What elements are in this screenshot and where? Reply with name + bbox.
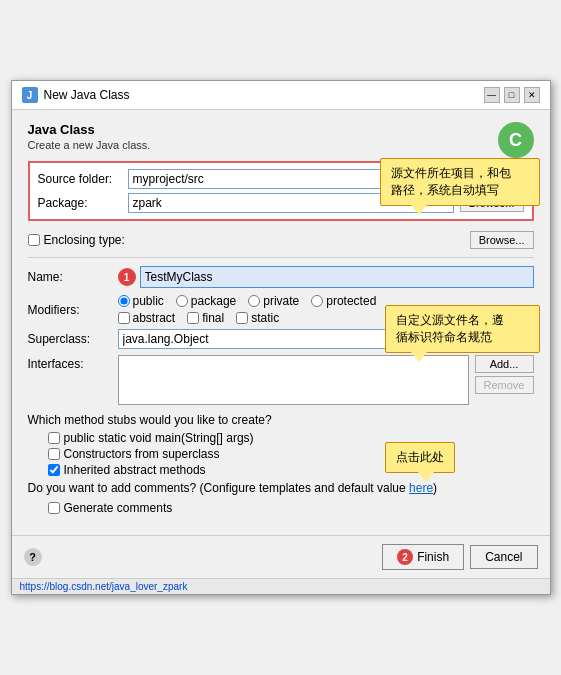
modifier-radio-group: public package private protected	[118, 294, 377, 308]
maximize-button[interactable]: □	[504, 87, 520, 103]
interfaces-box	[118, 355, 469, 405]
section-desc: Create a new Java class.	[28, 139, 534, 151]
enclosing-type-label: Enclosing type:	[44, 233, 125, 247]
stub-constructors-checkbox[interactable]	[48, 448, 60, 460]
modifier-package[interactable]: package	[176, 294, 236, 308]
generate-comments-label: Generate comments	[64, 501, 173, 515]
modifier-abstract[interactable]: abstract	[118, 311, 176, 325]
help-icon[interactable]: ?	[24, 548, 42, 566]
source-folder-label: Source folder:	[38, 172, 128, 186]
modifier-protected[interactable]: protected	[311, 294, 376, 308]
modifiers-label: Modifiers:	[28, 303, 118, 317]
stub-constructors-label: Constructors from superclass	[64, 447, 220, 461]
interfaces-buttons: Add... Remove	[475, 355, 534, 394]
divider	[28, 257, 534, 258]
callout2-text: 自定义源文件名，遵 循标识符命名规范	[396, 313, 504, 344]
close-button[interactable]: ✕	[524, 87, 540, 103]
new-java-class-dialog: J New Java Class — □ ✕ C Java Class Crea…	[11, 80, 551, 595]
stub-inherited-label: Inherited abstract methods	[64, 463, 206, 477]
section-header: Java Class	[28, 122, 534, 137]
method-stubs-checkboxes: public static void main(String[] args) C…	[48, 431, 534, 477]
modifier-static[interactable]: static	[236, 311, 279, 325]
callout3-text: 点击此处	[396, 450, 444, 464]
comments-question: Do you want to add comments? (Configure …	[28, 481, 410, 495]
modifiers-options: public package private protected	[118, 294, 377, 325]
stub-constructors-row: Constructors from superclass	[48, 447, 534, 461]
title-bar: J New Java Class — □ ✕	[12, 81, 550, 110]
interfaces-row: Interfaces: Add... Remove	[28, 355, 534, 405]
callout-source-package: 源文件所在项目，和包 路径，系统自动填写	[380, 158, 540, 206]
footer-right: 2 Finish Cancel	[382, 544, 537, 570]
url-text: https://blog.csdn.net/java_lover_zpark	[20, 581, 188, 592]
method-stubs-question: Which method stubs would you like to cre…	[28, 413, 534, 427]
enclosing-type-checkbox[interactable]	[28, 234, 40, 246]
stub-main-label: public static void main(String[] args)	[64, 431, 254, 445]
stub-inherited-checkbox[interactable]	[48, 464, 60, 476]
window-controls: — □ ✕	[484, 87, 540, 103]
title-bar-left: J New Java Class	[22, 87, 130, 103]
comments-here-link[interactable]: here	[409, 481, 433, 495]
enclosing-type-row: Enclosing type: Browse...	[28, 231, 534, 249]
generate-comments-checkbox[interactable]	[48, 502, 60, 514]
package-label: Package:	[38, 196, 128, 210]
stub-inherited-row: Inherited abstract methods	[48, 463, 534, 477]
dialog-content: C Java Class Create a new Java class. So…	[12, 110, 550, 535]
finish-label: Finish	[417, 550, 449, 564]
name-row: Name: 1	[28, 266, 534, 288]
modifier-final[interactable]: final	[187, 311, 224, 325]
minimize-button[interactable]: —	[484, 87, 500, 103]
finish-badge: 2	[397, 549, 413, 565]
enclosing-browse-button[interactable]: Browse...	[470, 231, 534, 249]
name-badge: 1	[118, 268, 136, 286]
dialog-footer: ? 2 Finish Cancel	[12, 535, 550, 578]
name-label: Name:	[28, 270, 118, 284]
modifier-extra-group: abstract final static	[118, 311, 377, 325]
add-interface-button[interactable]: Add...	[475, 355, 534, 373]
logo-icon: C	[498, 122, 534, 158]
dialog-title: New Java Class	[44, 88, 130, 102]
remove-interface-button[interactable]: Remove	[475, 376, 534, 394]
comments-suffix: )	[433, 481, 437, 495]
modifier-public[interactable]: public	[118, 294, 164, 308]
generate-comments-row: Generate comments	[48, 501, 534, 515]
comments-section: Do you want to add comments? (Configure …	[28, 481, 534, 495]
superclass-label: Superclass:	[28, 332, 118, 346]
dialog-icon: J	[22, 87, 38, 103]
callout1-text: 源文件所在项目，和包 路径，系统自动填写	[391, 166, 511, 197]
stub-main-checkbox[interactable]	[48, 432, 60, 444]
footer-left: ?	[24, 548, 42, 566]
modifier-private[interactable]: private	[248, 294, 299, 308]
url-bar: https://blog.csdn.net/java_lover_zpark	[12, 578, 550, 594]
interfaces-label: Interfaces:	[28, 355, 118, 371]
cancel-button[interactable]: Cancel	[470, 545, 537, 569]
finish-button[interactable]: 2 Finish	[382, 544, 464, 570]
callout-name: 自定义源文件名，遵 循标识符命名规范	[385, 305, 540, 353]
callout-finish: 点击此处	[385, 442, 455, 473]
stub-main-row: public static void main(String[] args)	[48, 431, 534, 445]
name-input[interactable]	[140, 266, 534, 288]
